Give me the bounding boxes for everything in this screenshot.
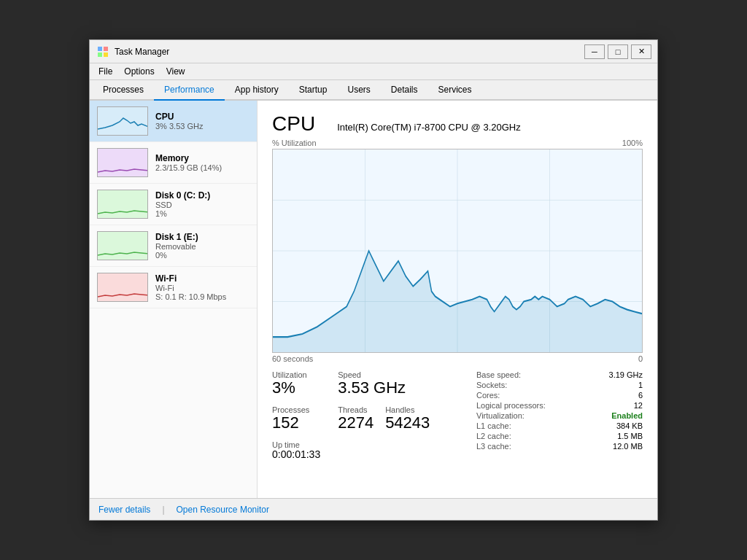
svg-rect-6 <box>98 190 148 219</box>
utilization-value: 3% <box>272 379 320 397</box>
cpu-model: Intel(R) Core(TM) i7-8700 CPU @ 3.20GHz <box>337 122 521 133</box>
svg-rect-7 <box>98 232 148 260</box>
svg-rect-5 <box>98 149 148 177</box>
sidebar-name-cpu: CPU <box>155 112 203 122</box>
open-resource-monitor-link[interactable]: Open Resource Monitor <box>177 505 269 515</box>
sidebar-name-wifi: Wi-Fi <box>155 273 226 284</box>
handles-block: Handles 54243 <box>385 405 430 432</box>
sidebar-info-wifi: Wi-FiWi-FiS: 0.1 R: 10.9 Mbps <box>155 273 226 301</box>
sidebar-thumb-disk <box>97 190 148 219</box>
sidebar-info-mem: Memory2.3/15.9 GB (14%) <box>155 153 222 172</box>
main-panel: CPU Intel(R) Core(TM) i7-8700 CPU @ 3.20… <box>258 101 657 498</box>
spec-value: 12.0 MB <box>584 442 643 451</box>
tab-services[interactable]: Services <box>428 80 482 101</box>
svg-rect-1 <box>104 47 108 51</box>
threads-block: Threads 2274 <box>338 405 374 432</box>
sidebar-name-mem: Memory <box>155 153 222 163</box>
spec-value: 6 <box>584 391 643 400</box>
spec-value: 1.5 MB <box>584 432 643 440</box>
sidebar-info-cpu: CPU3% 3.53 GHz <box>155 112 203 131</box>
tab-startup[interactable]: Startup <box>289 80 338 101</box>
stats-row: Utilization 3% Processes 152 Up time 0:0… <box>272 370 643 461</box>
cpu-chart <box>272 149 643 353</box>
sidebar-info-disk2: Disk 1 (E:)Removable0% <box>155 232 198 260</box>
tab-bar: ProcessesPerformanceApp historyStartupUs… <box>90 80 657 101</box>
spec-label: Sockets: <box>476 381 578 389</box>
task-manager-window: Task Manager ─ □ ✕ FileOptionsView Proce… <box>89 39 658 521</box>
sidebar-thumb-mem <box>97 148 148 177</box>
chart-bottom-label: 60 seconds 0 <box>272 354 643 363</box>
sidebar-detail-wifi: S: 0.1 R: 10.9 Mbps <box>155 292 226 301</box>
sidebar-detail2-disk2: Removable <box>155 242 198 251</box>
sidebar-thumb-cpu <box>97 106 148 136</box>
sidebar-thumb-wifi <box>97 273 148 302</box>
close-button[interactable]: ✕ <box>631 44 651 59</box>
sidebar-item-mem[interactable]: Memory2.3/15.9 GB (14%) <box>90 142 257 184</box>
sidebar-name-disk: Disk 0 (C: D:) <box>155 190 210 201</box>
spec-label: L1 cache: <box>476 421 578 430</box>
minimize-button[interactable]: ─ <box>584 44 605 59</box>
spec-value: 384 KB <box>584 421 643 430</box>
spec-label: Cores: <box>476 391 578 400</box>
sidebar-item-wifi[interactable]: Wi-FiWi-FiS: 0.1 R: 10.9 Mbps <box>90 267 257 308</box>
spec-value: 1 <box>584 381 643 389</box>
utilization-block: Utilization 3% <box>272 370 320 397</box>
tab-processes[interactable]: Processes <box>93 80 154 101</box>
chart-y-max: 100% <box>622 139 643 147</box>
sidebar-item-disk2[interactable]: Disk 1 (E:)Removable0% <box>90 225 257 267</box>
sidebar-item-cpu[interactable]: CPU3% 3.53 GHz <box>90 101 257 142</box>
menu-item-options[interactable]: Options <box>118 65 160 78</box>
chart-x-label: 60 seconds <box>272 354 313 363</box>
footer-separator: | <box>162 505 164 515</box>
svg-rect-4 <box>98 107 148 136</box>
menu-item-view[interactable]: View <box>160 65 191 78</box>
sidebar-detail2-disk: SSD <box>155 201 210 209</box>
menu-bar: FileOptionsView <box>90 63 657 80</box>
spec-value: Enabled <box>584 411 643 420</box>
spec-label: Virtualization: <box>476 411 578 420</box>
sidebar: CPU3% 3.53 GHz Memory2.3/15.9 GB (14%) D… <box>90 101 258 498</box>
sidebar-detail2-wifi: Wi-Fi <box>155 284 226 292</box>
sidebar-item-disk[interactable]: Disk 0 (C: D:)SSD1% <box>90 184 257 225</box>
sidebar-detail-disk2: 0% <box>155 251 198 260</box>
speed-value: 3.53 GHz <box>338 379 430 397</box>
chart-label-row: % Utilization 100% <box>272 139 643 147</box>
svg-rect-8 <box>98 273 148 302</box>
menu-item-file[interactable]: File <box>93 65 118 78</box>
uptime-value: 0:00:01:33 <box>272 449 320 460</box>
specs-panel: Base speed:3.19 GHzSockets:1Cores:6Logic… <box>476 370 643 451</box>
spec-value: 3.19 GHz <box>584 370 643 379</box>
tab-app-history[interactable]: App history <box>225 80 289 101</box>
svg-rect-2 <box>98 52 102 57</box>
tab-details[interactable]: Details <box>381 80 428 101</box>
sidebar-thumb-disk2 <box>97 231 148 260</box>
speed-block: Speed 3.53 GHz <box>338 370 430 397</box>
maximize-button[interactable]: □ <box>608 44 628 59</box>
tab-users[interactable]: Users <box>337 80 380 101</box>
spec-label: Logical processors: <box>476 401 578 410</box>
footer: Fewer details | Open Resource Monitor <box>90 498 657 520</box>
svg-rect-3 <box>104 52 108 57</box>
processes-block: Processes 152 <box>272 405 320 432</box>
spec-label: L3 cache: <box>476 442 578 451</box>
tab-performance[interactable]: Performance <box>154 80 225 101</box>
processes-value: 152 <box>272 414 320 432</box>
cpu-title: CPU <box>272 112 315 136</box>
svg-rect-0 <box>98 47 102 51</box>
threads-value: 2274 <box>338 414 374 432</box>
cpu-header: CPU Intel(R) Core(TM) i7-8700 CPU @ 3.20… <box>272 112 643 136</box>
uptime-block: Up time 0:00:01:33 <box>272 440 320 460</box>
handles-value: 54243 <box>385 414 430 432</box>
window-controls: ─ □ ✕ <box>584 44 651 59</box>
title-bar: Task Manager ─ □ ✕ <box>90 40 657 63</box>
sidebar-name-disk2: Disk 1 (E:) <box>155 232 198 242</box>
stats-left: Utilization 3% Processes 152 Up time 0:0… <box>272 370 476 461</box>
fewer-details-link[interactable]: Fewer details <box>98 505 150 515</box>
spec-value: 12 <box>584 401 643 410</box>
sidebar-info-disk: Disk 0 (C: D:)SSD1% <box>155 190 210 218</box>
content-area: CPU3% 3.53 GHz Memory2.3/15.9 GB (14%) D… <box>90 101 657 498</box>
spec-label: Base speed: <box>476 370 578 379</box>
sidebar-detail-disk: 1% <box>155 209 210 218</box>
sidebar-detail-mem: 2.3/15.9 GB (14%) <box>155 163 222 172</box>
window-title: Task Manager <box>115 47 584 57</box>
